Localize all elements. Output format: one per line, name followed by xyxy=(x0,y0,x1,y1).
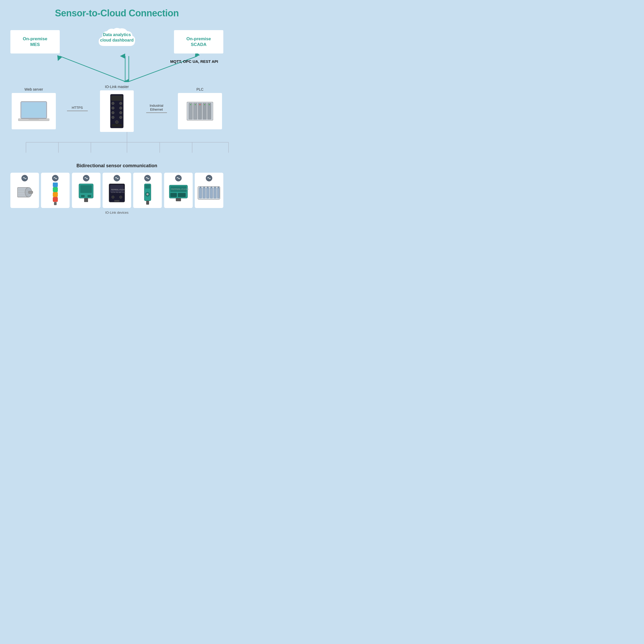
stacklight-icon xyxy=(51,183,59,206)
iolink-master-icon xyxy=(106,93,127,129)
mes-box: On-premise MES xyxy=(10,30,60,53)
ethernet-connection: Industrial Ethernet xyxy=(136,104,177,113)
sensor-card-sensor6: PEPPERL+FUCHS xyxy=(164,173,193,208)
cloud-text: Data analytics cloud dashboard xyxy=(100,32,134,43)
motor-icon xyxy=(15,183,35,202)
webserver-image xyxy=(12,93,56,129)
iolink-badge-6 xyxy=(175,175,182,182)
https-connection: HTTPS xyxy=(57,106,97,111)
ethernet-line xyxy=(146,112,167,113)
sensor-card-sensor5 xyxy=(133,173,162,208)
svg-point-16 xyxy=(112,116,114,119)
https-label: HTTPS xyxy=(72,106,83,110)
page-title: Sensor-to-Cloud Connection xyxy=(10,8,223,19)
svg-rect-50 xyxy=(54,202,57,205)
svg-rect-60 xyxy=(84,198,88,202)
plc-device: PLC xyxy=(177,87,223,129)
svg-line-2 xyxy=(60,56,125,82)
svg-point-93 xyxy=(211,187,212,188)
svg-point-28 xyxy=(199,104,200,105)
sensor-row: PEPPERL+FUCHS ICT4-F8-A2P-V1D xyxy=(10,173,223,208)
svg-rect-21 xyxy=(189,103,192,119)
svg-point-91 xyxy=(203,187,205,188)
iolink-badge-4 xyxy=(113,175,120,182)
sensor3-icon xyxy=(76,183,96,203)
svg-point-90 xyxy=(200,187,201,188)
svg-rect-9 xyxy=(111,96,123,101)
https-line xyxy=(67,111,88,111)
bidi-title: Bidirectional sensor communication xyxy=(10,163,223,169)
svg-point-94 xyxy=(214,187,216,188)
bottom-section: Bidirectional sensor communication xyxy=(10,163,223,214)
arrows-svg xyxy=(10,53,234,82)
svg-rect-24 xyxy=(203,103,206,119)
svg-rect-53 xyxy=(53,187,58,192)
middle-row: Web server HTTPS IO-Link master xyxy=(10,85,223,132)
svg-point-92 xyxy=(207,187,209,188)
iolink-label: IO-Link master xyxy=(105,85,129,89)
sensor-card-sensor4: PEPPERL+FUCHS ICT4-F8-A2P-V1D xyxy=(103,173,131,208)
svg-text:PEPPERL+FUCHS: PEPPERL+FUCHS xyxy=(171,188,189,190)
svg-rect-85 xyxy=(203,188,205,198)
svg-rect-22 xyxy=(193,103,197,119)
plc-image xyxy=(178,93,222,129)
svg-rect-86 xyxy=(206,188,209,198)
page: Sensor-to-Cloud Connection On-premise ME… xyxy=(0,0,234,234)
svg-rect-54 xyxy=(53,183,58,187)
plc-label: PLC xyxy=(196,87,203,91)
laptop-icon xyxy=(18,99,49,123)
svg-rect-74 xyxy=(146,201,149,205)
iolink-device: IO-Link master xyxy=(97,85,136,132)
plc-icon xyxy=(186,99,214,123)
svg-rect-79 xyxy=(170,193,177,197)
svg-point-13 xyxy=(119,107,122,109)
iolink-badge-1 xyxy=(21,175,28,182)
top-row: On-premise MES Data analytics cloud dash… xyxy=(10,26,223,53)
svg-rect-25 xyxy=(207,103,211,119)
svg-point-10 xyxy=(112,102,114,105)
sensor-card-stacklight xyxy=(41,173,70,208)
svg-rect-5 xyxy=(22,103,46,117)
svg-point-15 xyxy=(119,111,122,114)
svg-rect-80 xyxy=(178,193,186,197)
jbox-icon xyxy=(197,183,221,203)
svg-rect-59 xyxy=(88,195,91,197)
io-link-devices-label: IO-Link devices xyxy=(10,211,223,214)
sensor-card-motor xyxy=(10,173,39,208)
svg-rect-88 xyxy=(214,188,216,198)
sensor4-icon: PEPPERL+FUCHS ICT4-F8-A2P-V1D xyxy=(106,183,127,206)
svg-rect-84 xyxy=(199,188,202,198)
svg-text:PEPPERL+FUCHS: PEPPERL+FUCHS xyxy=(111,189,125,191)
sensor5-icon xyxy=(140,183,155,206)
ethernet-label: Industrial Ethernet xyxy=(150,104,163,111)
cloud-center: Data analytics cloud dashboard xyxy=(65,26,169,53)
svg-rect-71 xyxy=(145,185,150,189)
scada-box: On-premise SCADA xyxy=(174,30,223,53)
svg-rect-87 xyxy=(210,188,213,198)
svg-point-27 xyxy=(195,104,196,105)
svg-point-17 xyxy=(119,116,122,119)
svg-point-66 xyxy=(112,196,114,198)
svg-rect-43 xyxy=(28,191,33,193)
svg-point-18 xyxy=(115,120,118,124)
svg-rect-57 xyxy=(80,185,92,193)
svg-rect-52 xyxy=(53,192,58,197)
svg-point-29 xyxy=(204,104,205,105)
svg-point-73 xyxy=(146,193,149,195)
cloud-shape: Data analytics cloud dashboard xyxy=(96,26,138,52)
svg-rect-81 xyxy=(176,198,181,201)
webserver-label: Web server xyxy=(24,87,43,91)
svg-point-95 xyxy=(218,187,219,188)
arrows-region: MQTT, OPC UA, REST API xyxy=(10,53,223,82)
wire-section xyxy=(10,132,223,153)
iolink-badge-7 xyxy=(206,175,212,182)
mqtt-label: MQTT, OPC UA, REST API xyxy=(170,59,218,65)
svg-rect-58 xyxy=(81,195,85,197)
sensor-card-jbox xyxy=(195,173,223,208)
svg-point-26 xyxy=(190,104,191,105)
svg-rect-7 xyxy=(29,119,39,120)
svg-point-14 xyxy=(112,111,114,114)
svg-rect-19 xyxy=(112,124,122,127)
iolink-badge-3 xyxy=(83,175,90,182)
svg-text:ICT4-F8-A2P-V1D: ICT4-F8-A2P-V1D xyxy=(111,191,125,193)
